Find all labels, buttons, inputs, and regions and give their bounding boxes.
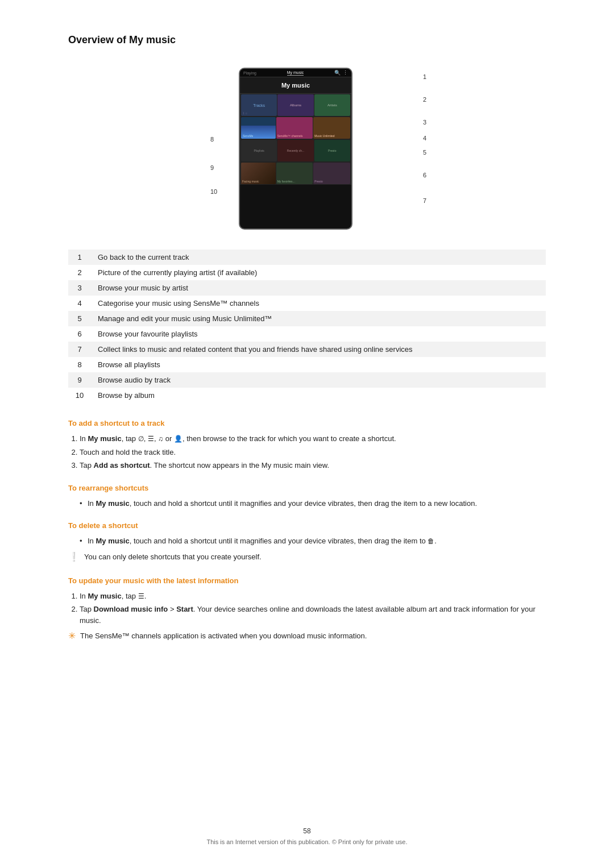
add-shortcut-step-2: Touch and hold the track title. [80, 447, 546, 458]
row-desc: Browse by album [91, 388, 546, 403]
tab-mymusic-label: My music [287, 70, 304, 76]
row-desc: Manage and edit your music using Music U… [91, 311, 546, 326]
table-row: 7Collect links to music and related cont… [68, 342, 546, 357]
row-desc: Browse all playlists [91, 357, 546, 372]
update-step-2: Tap Download music info > Start. Your de… [80, 604, 546, 626]
row-num: 2 [68, 265, 91, 280]
update-tip-box: ✳ The SensMe™ channels application is ac… [68, 630, 546, 643]
row-num: 5 [68, 311, 91, 326]
phone-diagram: Playing My music 🔍 ⋮ My music Tracks 1 ♫ [68, 62, 546, 238]
table-row: 2Picture of the currently playing artist… [68, 265, 546, 280]
row-desc: Browse your favourite playlists [91, 326, 546, 342]
row-num: 8 [68, 357, 91, 372]
row-num: 4 [68, 296, 91, 311]
row-num: 6 [68, 326, 91, 342]
info-table: 1Go back to the current track2Picture of… [68, 250, 546, 403]
row-num: 7 [68, 342, 91, 357]
row-num: 9 [68, 372, 91, 388]
add-shortcut-heading: To add a shortcut to a track [68, 419, 546, 427]
add-shortcut-step-3: Tap Add as shortcut. The shortcut now ap… [80, 460, 546, 471]
rearrange-heading: To rearrange shortcuts [68, 484, 546, 492]
row-desc: Picture of the currently playing artist … [91, 265, 546, 280]
row-desc: Browse audio by track [91, 372, 546, 388]
rearrange-item: In My music, touch and hold a shortcut u… [80, 498, 546, 509]
update-steps: In My music, tap ☰. Tap Download music i… [80, 591, 546, 626]
note-icon: ❕ [68, 550, 80, 564]
table-row: 6Browse your favourite playlists [68, 326, 546, 342]
tip-icon: ✳ [68, 629, 76, 643]
row-desc: Categorise your music using SensMe™ chan… [91, 296, 546, 311]
update-music-heading: To update your music with the latest inf… [68, 576, 546, 585]
delete-note-box: ❕ You can only delete shortcuts that you… [68, 551, 546, 564]
page: Overview of My music Playing My music 🔍 … [0, 0, 614, 868]
callout-left: 8 9 10 [210, 136, 217, 195]
row-desc: Collect links to music and related conte… [91, 342, 546, 357]
row-num: 3 [68, 280, 91, 296]
delete-shortcut-heading: To delete a shortcut [68, 521, 546, 530]
row-desc: Browse your music by artist [91, 280, 546, 296]
page-footer: 58 This is an Internet version of this p… [0, 827, 614, 845]
tab-playing-label: Playing [243, 71, 256, 75]
table-row: 1Go back to the current track [68, 250, 546, 265]
update-tip-text: The SensMe™ channels application is acti… [80, 630, 367, 642]
table-row: 5Manage and edit your music using Music … [68, 311, 546, 326]
row-num: 10 [68, 388, 91, 403]
rearrange-list: In My music, touch and hold a shortcut u… [80, 498, 546, 509]
row-num: 1 [68, 250, 91, 265]
table-row: 9Browse audio by track [68, 372, 546, 388]
footer-text: This is an Internet version of this publ… [0, 838, 614, 845]
phone-screen-title: My music [240, 77, 351, 94]
table-row: 3Browse your music by artist [68, 280, 546, 296]
table-row: 8Browse all playlists [68, 357, 546, 372]
update-step-1: In My music, tap ☰. [80, 591, 546, 602]
add-shortcut-steps: In My music, tap ∅, ☰, ♫ or 👤, then brow… [80, 433, 546, 471]
page-number: 58 [0, 827, 614, 835]
delete-list: In My music, touch and hold a shortcut u… [80, 535, 546, 547]
delete-item: In My music, touch and hold a shortcut u… [80, 535, 546, 547]
add-shortcut-step-1: In My music, tap ∅, ☰, ♫ or 👤, then brow… [80, 433, 546, 445]
table-row: 10Browse by album [68, 388, 546, 403]
delete-note-text: You can only delete shortcuts that you c… [84, 551, 262, 563]
row-desc: Go back to the current track [91, 250, 546, 265]
table-row: 4Categorise your music using SensMe™ cha… [68, 296, 546, 311]
page-title: Overview of My music [68, 34, 546, 46]
